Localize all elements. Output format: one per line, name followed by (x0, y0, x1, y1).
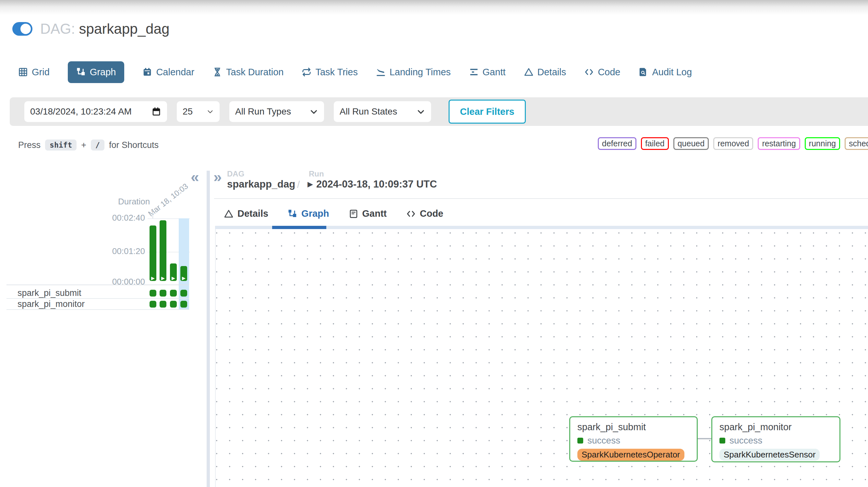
tab-label: Task Duration (226, 67, 283, 78)
tab-task-duration[interactable]: Task Duration (213, 67, 283, 78)
legend-running[interactable]: running (805, 137, 840, 150)
task-node-status: success (719, 435, 832, 446)
axis-tick (152, 209, 153, 218)
legend-scheduled[interactable]: scheduled (845, 137, 868, 150)
breadcrumb-run-value: 2024-03-18, 10:09:37 UTC (316, 178, 437, 190)
code-icon (406, 209, 416, 219)
active-tab-underline (272, 226, 326, 229)
task-instance-success[interactable] (160, 301, 166, 308)
task-instance-success[interactable] (170, 290, 177, 297)
dag-pause-toggle[interactable] (12, 22, 32, 36)
tab-code[interactable]: Code (584, 67, 620, 78)
shortcuts-joiner: + (81, 140, 86, 150)
run-tab-gantt[interactable]: Gantt (349, 208, 387, 219)
task-instance-success[interactable] (180, 301, 187, 308)
tab-label: Gantt (483, 67, 506, 78)
landing-icon (376, 67, 386, 77)
tab-task-tries[interactable]: Task Tries (302, 67, 358, 78)
legend-failed[interactable]: failed (641, 137, 669, 150)
duration-bar[interactable]: ▶ (180, 266, 187, 281)
task-edge (698, 438, 712, 439)
dag-prefix-label: DAG: (40, 21, 75, 37)
tab-details[interactable]: Details (524, 67, 566, 78)
tab-audit-log[interactable]: Audit Log (638, 67, 692, 78)
page-title: DAG:sparkapp_dag (40, 21, 169, 37)
chevron-down-icon (309, 108, 318, 116)
run-types-select[interactable]: All Run Types (229, 101, 324, 122)
task-node-spark_pi_monitor[interactable]: spark_pi_monitorsuccessSparkKubernetesSe… (711, 416, 840, 462)
tab-label: Graph (90, 67, 116, 78)
task-instance-success[interactable] (170, 301, 177, 308)
airflow-dag-page: DAG:sparkapp_dag GridGraphCalendarTask D… (0, 0, 868, 487)
task-instance-success[interactable] (150, 290, 156, 297)
task-node-status: success (577, 435, 690, 446)
collapse-panel-button[interactable]: « (191, 170, 199, 184)
task-instance-success[interactable] (160, 290, 166, 297)
task-instance-success[interactable] (180, 290, 187, 297)
gantt-icon (469, 67, 479, 77)
code-icon (584, 67, 594, 77)
chevron-down-icon (207, 108, 214, 115)
run-states-select[interactable]: All Run States (334, 101, 431, 122)
tab-calendar[interactable]: Calendar (143, 67, 194, 78)
hourglass-icon (213, 67, 222, 77)
dag-name: sparkapp_dag (79, 21, 169, 37)
success-state-icon (577, 438, 583, 444)
duration-bar[interactable]: ▶ (170, 264, 177, 281)
breadcrumb-dag-label: DAG (227, 170, 244, 178)
run-tabs: DetailsGraphGanttCode (224, 208, 443, 219)
run-tab-label: Gantt (362, 208, 387, 219)
panel-resizer[interactable] (207, 171, 210, 487)
toggle-knob (21, 24, 31, 34)
legend-restarting[interactable]: restarting (758, 137, 800, 150)
legend-queued[interactable]: queued (673, 137, 709, 150)
run-tab-label: Graph (301, 208, 329, 219)
run-tab-code[interactable]: Code (406, 208, 443, 219)
task-node-name: spark_pi_submit (577, 422, 690, 432)
run-tab-label: Details (238, 208, 268, 219)
shortcuts-prefix: Press (18, 140, 40, 150)
run-states-value: All Run States (340, 106, 397, 117)
duration-bar[interactable]: ▶ (160, 220, 166, 281)
expand-panel-button[interactable]: » (213, 170, 222, 184)
graph-icon (76, 67, 86, 77)
page-size-value: 25 (183, 106, 193, 117)
task-node-spark_pi_submit[interactable]: spark_pi_submitsuccessSparkKubernetesOpe… (569, 416, 698, 462)
y-axis-tick: 00:01:20 (100, 246, 145, 256)
tab-label: Audit Log (652, 67, 692, 78)
task-instance-success[interactable] (150, 301, 156, 308)
legend-deferred[interactable]: deferred (598, 137, 637, 150)
play-icon: ▶ (172, 276, 175, 280)
tab-label: Details (537, 67, 566, 78)
clear-filters-button[interactable]: Clear Filters (448, 100, 526, 124)
run-tab-details[interactable]: Details (224, 208, 268, 219)
base-date-input[interactable]: 03/18/2024, 10:23:24 AM (24, 101, 167, 122)
tab-grid[interactable]: Grid (18, 67, 50, 78)
legend-removed[interactable]: removed (713, 137, 753, 150)
repeat-icon (302, 67, 311, 77)
task-rows: spark_pi_submitspark_pi_monitor (6, 288, 189, 310)
tab-label: Calendar (156, 67, 194, 78)
triangle-icon (524, 67, 534, 77)
tab-landing-times[interactable]: Landing Times (376, 67, 451, 78)
duration-bar[interactable]: ▶ (150, 225, 156, 281)
task-node-name: spark_pi_monitor (719, 422, 832, 432)
breadcrumb-run[interactable]: ▶ 2024-03-18, 10:09:37 UTC (308, 178, 437, 190)
run-tab-graph[interactable]: Graph (288, 208, 329, 219)
task-name[interactable]: spark_pi_monitor (18, 299, 85, 309)
tab-gantt[interactable]: Gantt (469, 67, 506, 78)
breadcrumb-dag-value[interactable]: sparkapp_dag (227, 178, 295, 190)
operator-badge: SparkKubernetesSensor (719, 449, 820, 461)
slash-key-badge: / (91, 140, 104, 151)
base-date-value: 03/18/2024, 10:23:24 AM (30, 106, 132, 117)
success-state-icon (719, 438, 725, 444)
page-size-select[interactable]: 25 (177, 101, 220, 122)
shortcuts-suffix: for Shortcuts (109, 140, 159, 150)
triangle-icon (224, 209, 234, 219)
calendar-picker-icon[interactable] (152, 107, 161, 117)
task-name[interactable]: spark_pi_submit (18, 288, 82, 298)
tab-graph[interactable]: Graph (68, 61, 125, 83)
operator-badge: SparkKubernetesOperator (577, 449, 684, 461)
y-axis-tick: 00:02:40 (100, 213, 145, 223)
tab-label: Code (598, 67, 620, 78)
